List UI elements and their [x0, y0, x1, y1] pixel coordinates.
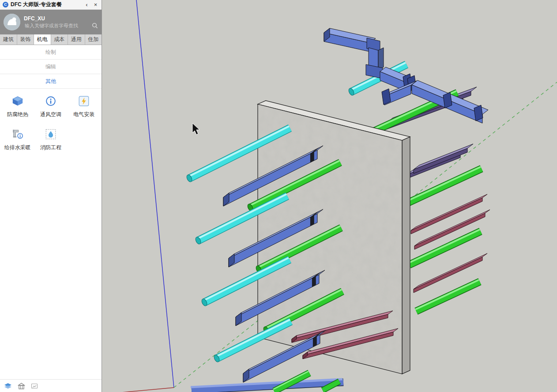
- user-info: DFC_XU: [24, 15, 98, 29]
- layers-icon[interactable]: [4, 383, 12, 389]
- tool-fire-protection[interactable]: 消防工程: [34, 128, 67, 151]
- tool-label: 给排水采暖: [4, 144, 31, 151]
- close-button[interactable]: ×: [92, 1, 99, 8]
- duct-flange: [443, 92, 452, 108]
- panel-titlebar: C DFC 大师版-专业套餐 ‹ ×: [0, 0, 102, 10]
- username: DFC_XU: [24, 15, 98, 22]
- duct-flange: [382, 89, 391, 105]
- collapse-button[interactable]: ‹: [83, 1, 90, 8]
- tab-jianzhu[interactable]: 建筑: [0, 34, 17, 45]
- duct-bottom-sliver[interactable]: [191, 379, 343, 390]
- mouse-cursor: [192, 123, 199, 135]
- info-circle-icon: [44, 95, 57, 107]
- tool-hvac[interactable]: 通风空调: [34, 95, 67, 118]
- tab-tongyong[interactable]: 通用: [68, 34, 85, 45]
- section-draw[interactable]: 绘制: [0, 45, 102, 60]
- duct-assembly-top[interactable]: [324, 28, 488, 123]
- search-icon[interactable]: [92, 23, 98, 29]
- panel-title: DFC 大师版-专业套餐: [11, 1, 81, 8]
- section-list: 绘制 编辑 其他: [0, 45, 102, 89]
- search-input[interactable]: [24, 23, 90, 29]
- user-header: DFC_XU: [0, 10, 102, 34]
- tab-zhujia[interactable]: 住加: [85, 34, 102, 45]
- avatar[interactable]: [4, 14, 20, 30]
- tool-plumbing-heating[interactable]: 给排水采暖: [1, 128, 34, 151]
- tool-label: 消防工程: [40, 144, 61, 151]
- tool-label: 通风空调: [40, 111, 61, 118]
- pipe-icon: [11, 128, 24, 140]
- section-edit[interactable]: 编辑: [0, 60, 102, 74]
- tool-grid: 防腐绝热 通风空调 电气安装: [0, 89, 102, 158]
- category-tabs: 建筑 装饰 机电 成本 通用 住加: [0, 34, 102, 45]
- avatar-image: [4, 14, 20, 30]
- plugin-panel: C DFC 大师版-专业套餐 ‹ × DFC_XU: [0, 0, 102, 392]
- search-bar: [24, 23, 98, 29]
- application-window: C DFC 大师版-专业套餐 ‹ × DFC_XU: [0, 0, 557, 392]
- tab-chengben[interactable]: 成本: [51, 34, 68, 45]
- tool-label: 电气安装: [73, 111, 94, 118]
- tab-jidian[interactable]: 机电: [34, 34, 51, 45]
- fire-drop-icon: [44, 128, 57, 140]
- viewport-3d[interactable]: [102, 0, 557, 392]
- insulation-box-icon: [11, 95, 24, 107]
- blue-axis: [136, 0, 174, 388]
- tool-electrical[interactable]: 电气安装: [68, 95, 101, 118]
- tool-label: 防腐绝热: [7, 111, 28, 118]
- tab-zhuangshi[interactable]: 装饰: [17, 34, 34, 45]
- model-scene: [102, 0, 557, 392]
- panel-footer: [0, 379, 102, 392]
- building-icon[interactable]: [18, 383, 25, 389]
- tool-anticorrosion-insulation[interactable]: 防腐绝热: [1, 95, 34, 118]
- app-logo-icon: C: [3, 2, 8, 8]
- electrical-badge-icon: [77, 95, 90, 107]
- export-image-icon[interactable]: [31, 383, 38, 389]
- duct-flange: [474, 105, 483, 121]
- section-other[interactable]: 其他: [0, 74, 102, 89]
- red-axis: [102, 388, 174, 392]
